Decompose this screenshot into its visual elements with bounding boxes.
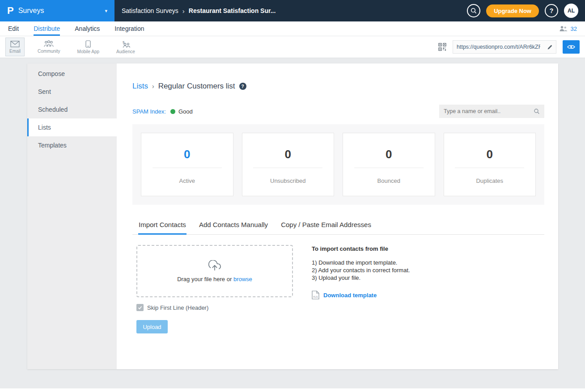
sidebar-item-lists[interactable]: Lists (27, 118, 117, 136)
search-button[interactable] (467, 4, 480, 17)
contact-search-box (439, 105, 544, 118)
question-mark-icon: ? (242, 84, 244, 89)
breadcrumb: Satisfaction Surveys › Restaurant Satisf… (114, 0, 467, 21)
stat-label: Duplicates (476, 177, 503, 184)
import-section: Drag your file here or browse Skip First… (132, 245, 544, 333)
list-help-button[interactable]: ? (239, 83, 246, 90)
stat-value: 0 (253, 148, 322, 168)
import-instructions: To import contacts from file 1) Download… (312, 245, 410, 333)
contact-tabs: Import Contacts Add Contacts Manually Co… (132, 217, 544, 235)
browse-link[interactable]: browse (233, 276, 252, 282)
channel-mobile-app[interactable]: Mobile App (73, 38, 103, 56)
questionpro-app: P Surveys ▾ Satisfaction Surveys › Resta… (0, 0, 585, 392)
file-dropzone[interactable]: Drag your file here or browse (136, 245, 293, 297)
questionpro-logo-icon: P (7, 5, 14, 17)
channel-community[interactable]: Community (34, 38, 64, 56)
svg-text:XLS: XLS (313, 295, 318, 298)
instruction-step: 2) Add your contacts in correct format. (312, 266, 410, 274)
channel-list: Email Community Mobile App $ (5, 38, 139, 56)
survey-url-input[interactable] (453, 44, 544, 50)
instructions-steps: 1) Download the import template. 2) Add … (312, 259, 410, 282)
email-sidebar: Compose Sent Scheduled Lists Templates (27, 63, 117, 369)
stat-card-unsubscribed: 0 Unsubscribed (242, 133, 335, 196)
bottom-strip (0, 388, 585, 392)
search-icon (470, 7, 477, 14)
download-template-link[interactable]: Download template (323, 292, 377, 299)
search-icon (534, 108, 540, 114)
spam-index-row: SPAM Index: Good (132, 105, 544, 118)
mobile-icon (85, 40, 91, 48)
list-stats: 0 Active 0 Unsubscribed 0 Bounced 0 Dupl… (132, 124, 544, 205)
channel-audience-label: Audience (116, 49, 135, 54)
sidebar-item-compose[interactable]: Compose (27, 65, 117, 83)
upgrade-button[interactable]: Upgrade Now (486, 4, 539, 17)
upload-cloud-icon (208, 260, 221, 272)
preview-button[interactable] (563, 40, 580, 54)
distribute-toolbar: Email Community Mobile App $ (0, 36, 585, 58)
skip-first-line-row: Skip First Line (Header) (136, 304, 293, 311)
sidebar-item-templates[interactable]: Templates (27, 136, 117, 154)
check-icon (138, 306, 142, 310)
tab-add-contacts-manually[interactable]: Add Contacts Manually (199, 217, 268, 234)
breadcrumb-folder-link[interactable]: Satisfaction Surveys (122, 7, 178, 14)
breadcrumb-separator-icon: › (182, 7, 185, 15)
channel-audience[interactable]: $ Audience (112, 38, 139, 56)
collaborators-count: 32 (571, 25, 577, 32)
email-panel: Compose Sent Scheduled Lists Templates L… (27, 63, 558, 369)
instructions-title: To import contacts from file (312, 245, 410, 252)
list-breadcrumb: Lists › Regular Customers list ? (132, 82, 544, 91)
instruction-step: 1) Download the import template. (312, 259, 410, 266)
community-icon (43, 40, 54, 47)
tab-analytics[interactable]: Analytics (75, 21, 100, 36)
drag-text: Drag your file here or (177, 276, 232, 282)
breadcrumb-separator-icon: › (152, 83, 154, 90)
toolbar-right (438, 40, 580, 54)
people-icon (559, 25, 568, 32)
sidebar-item-sent[interactable]: Sent (27, 83, 117, 101)
email-icon (10, 41, 20, 47)
survey-nav: Edit Distribute Analytics Integration 32 (0, 21, 585, 36)
channel-email[interactable]: Email (5, 38, 25, 56)
survey-url-box (453, 40, 556, 54)
main-area: Compose Sent Scheduled Lists Templates L… (0, 58, 585, 388)
download-template-row: XLS Download template (312, 291, 410, 299)
channel-community-label: Community (38, 49, 60, 54)
question-mark-icon: ? (550, 7, 554, 14)
list-name: Regular Customers list (158, 82, 235, 91)
stat-card-bounced: 0 Bounced (343, 133, 435, 196)
spam-index-label: SPAM Index: (132, 108, 166, 115)
topbar: P Surveys ▾ Satisfaction Surveys › Resta… (0, 0, 585, 21)
spam-index-value: Good (178, 108, 193, 115)
stat-card-duplicates: 0 Duplicates (444, 133, 536, 196)
stat-card-active: 0 Active (141, 133, 233, 196)
pencil-icon (547, 44, 553, 50)
stat-value: 0 (354, 148, 424, 168)
eye-icon (567, 44, 575, 50)
qr-code-icon (438, 43, 446, 51)
stat-value: 0 (153, 148, 222, 168)
avatar[interactable]: AL (564, 4, 578, 18)
edit-url-button[interactable] (544, 44, 556, 50)
xls-file-icon: XLS (312, 291, 319, 299)
contact-search-input[interactable] (444, 108, 534, 114)
skip-first-line-checkbox[interactable] (136, 304, 144, 311)
lists-content: Lists › Regular Customers list ? SPAM In… (117, 63, 558, 369)
product-switcher[interactable]: P Surveys ▾ (0, 0, 114, 21)
tab-distribute[interactable]: Distribute (34, 21, 60, 36)
qr-code-button[interactable] (438, 43, 446, 51)
chevron-down-icon: ▾ (105, 8, 107, 14)
audience-icon: $ (121, 40, 131, 48)
tab-integration[interactable]: Integration (114, 21, 144, 36)
tab-edit[interactable]: Edit (8, 21, 19, 36)
channel-email-label: Email (9, 49, 21, 54)
upload-button[interactable]: Upload (136, 320, 168, 333)
sidebar-item-scheduled[interactable]: Scheduled (27, 101, 117, 118)
status-dot-icon (170, 109, 175, 114)
collaborators-button[interactable]: 32 (559, 21, 577, 36)
lists-link[interactable]: Lists (132, 82, 148, 91)
tab-copy-paste-emails[interactable]: Copy / Paste Email Addresses (280, 217, 372, 234)
stat-label: Active (179, 177, 195, 184)
tab-import-contacts[interactable]: Import Contacts (138, 217, 187, 234)
help-button[interactable]: ? (545, 4, 558, 17)
skip-first-line-label: Skip First Line (Header) (147, 304, 208, 311)
